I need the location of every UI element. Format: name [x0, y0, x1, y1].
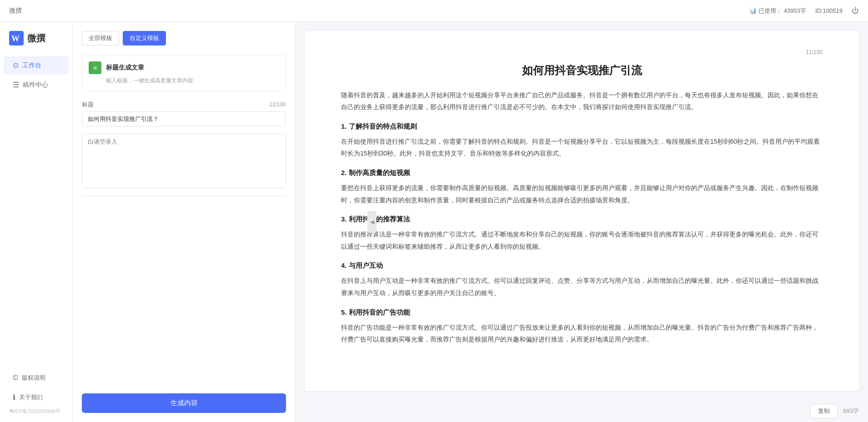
sidebar-nav: ⊙ 工作台 ☰ 稿件中心 [0, 56, 72, 94]
doc-section-body-0: 在开始使用抖音进行推广引流之前，你需要了解抖音的特点和规则。抖音是一个短视频分享… [341, 136, 823, 160]
topbar-right: 📊 已使用： 43953字 ID:100519 ⏻ [749, 7, 859, 15]
word-count: 693字 [843, 407, 859, 415]
svg-text:W: W [11, 34, 20, 43]
chevron-left-icon: ◀ [370, 219, 374, 225]
doc-sections: 1. 了解抖音的特点和规则在开始使用抖音进行推广引流之前，你需要了解抖音的特点和… [341, 122, 823, 346]
form-label-title: 标题 [82, 100, 94, 109]
doc-section-body-1: 要想在抖音上获得更多的流量，你需要制作高质量的短视频。高质量的短视频能够吸引更多… [341, 182, 823, 206]
usage-label: 已使用： [758, 7, 782, 15]
copyright-icon: © [13, 374, 18, 382]
topbar-title: 微撰 [9, 7, 22, 15]
doc-section-body-2: 抖音的推荐算法是一种非常有效的推广引流方式。通过不断地发布和分享自己的短视频，你… [341, 228, 823, 252]
database-icon: 📊 [749, 7, 757, 14]
icp-text: 粤ICP备2022016846号 [0, 406, 72, 415]
doc-section-title-1: 2. 制作高质量的短视频 [341, 169, 823, 177]
topbar: 微撰 📊 已使用： 43953字 ID:100519 ⏻ [0, 0, 868, 22]
generate-button[interactable]: 生成内容 [82, 393, 286, 413]
template-card-header: ≡ 标题生成文章 [89, 61, 279, 74]
sidebar-item-drafts[interactable]: ☰ 稿件中心 [4, 76, 69, 94]
right-footer: 复制 693字 [296, 400, 868, 422]
left-panel: 全部模板 自定义模板 ≡ 标题生成文章 输入标题，一键生成高质量文章内容 标题 … [73, 22, 296, 422]
template-title: 标题生成文章 [106, 64, 144, 72]
sidebar-logo: W 微撰 [0, 31, 72, 56]
sidebar-item-workbench-label: 工作台 [22, 61, 41, 70]
doc-title: 如何用抖音实现推广引流 [341, 63, 823, 78]
main-layout: W 微撰 ⊙ 工作台 ☰ 稿件中心 © 版权说明 [0, 22, 868, 422]
logo-text: 微撰 [27, 32, 45, 45]
sidebar-item-workbench[interactable]: ⊙ 工作台 [4, 56, 69, 74]
usage-count: 43953字 [784, 7, 806, 15]
logo-icon: W [9, 31, 24, 45]
sidebar-item-about[interactable]: ℹ 关于我们 [4, 388, 69, 406]
right-panel: 11/100 如何用抖音实现推广引流 随着抖音的普及，越来越多的人开始利用这个短… [296, 22, 868, 422]
form-section-title: 标题 12/100 [82, 100, 286, 126]
collapse-toggle[interactable]: ◀ [367, 211, 376, 233]
drafts-icon: ☰ [13, 80, 19, 89]
template-desc: 输入标题，一键生成高质量文章内容 [106, 77, 279, 85]
copy-button[interactable]: 复制 [810, 404, 838, 418]
template-card[interactable]: ≡ 标题生成文章 输入标题，一键生成高质量文章内容 [82, 55, 286, 91]
doc-section-title-4: 5. 利用抖音的广告功能 [341, 308, 823, 317]
workbench-icon: ⊙ [13, 61, 19, 70]
doc-section-body-4: 抖音的广告功能是一种非常有效的推广引流方式。你可以通过广告投放来让更多的人看到你… [341, 322, 823, 346]
doc-page-num: 11/100 [341, 49, 823, 55]
tab-row: 全部模板 自定义模板 [82, 31, 286, 45]
info-icon: ℹ [13, 393, 15, 402]
tab-all-templates[interactable]: 全部模板 [82, 31, 119, 45]
power-icon[interactable]: ⏻ [852, 7, 859, 15]
right-content: 11/100 如何用抖音实现推广引流 随着抖音的普及，越来越多的人开始利用这个短… [305, 31, 859, 391]
sidebar-item-about-label: 关于我们 [19, 393, 43, 402]
topbar-id: ID:100519 [815, 7, 843, 14]
doc-section-title-0: 1. 了解抖音的特点和规则 [341, 122, 823, 131]
topbar-usage: 📊 已使用： 43953字 [749, 7, 806, 15]
sidebar-item-copyright[interactable]: © 版权说明 [4, 369, 69, 387]
doc-section-body-3: 在抖音上与用户互动是一种非常有效的推广引流方式。你可以通过回复评论、点赞、分享等… [341, 275, 823, 299]
template-icon-letter: ≡ [93, 64, 97, 71]
content-textarea[interactable] [82, 134, 286, 188]
doc-section-title-2: 3. 利用抖音的推荐算法 [341, 215, 823, 224]
content-area: 全部模板 自定义模板 ≡ 标题生成文章 输入标题，一键生成高质量文章内容 标题 … [73, 22, 868, 422]
sidebar-item-copyright-label: 版权说明 [22, 374, 45, 382]
doc-section-title-3: 4. 与用户互动 [341, 261, 823, 270]
form-counter-title: 12/100 [269, 101, 286, 108]
title-input[interactable] [82, 111, 286, 126]
sidebar-item-drafts-label: 稿件中心 [23, 81, 48, 89]
form-divider [82, 196, 286, 196]
sidebar: W 微撰 ⊙ 工作台 ☰ 稿件中心 © 版权说明 [0, 22, 73, 422]
tab-custom-templates[interactable]: 自定义模板 [123, 31, 166, 45]
template-icon: ≡ [89, 61, 101, 74]
form-label-row: 标题 12/100 [82, 100, 286, 109]
sidebar-bottom: © 版权说明 ℹ 关于我们 [0, 369, 72, 406]
doc-intro: 随着抖音的普及，越来越多的人开始利用这个短视频分享平台来推广自己的产品或服务。抖… [341, 89, 823, 113]
